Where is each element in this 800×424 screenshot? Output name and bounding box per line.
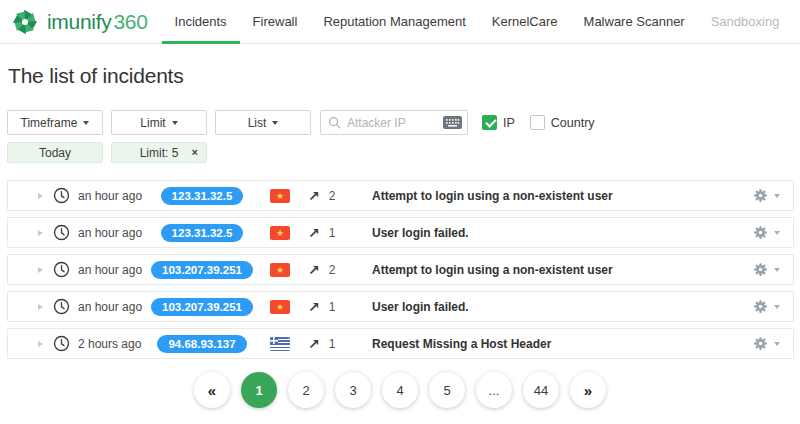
on-screen-keyboard-icon[interactable] bbox=[443, 116, 462, 129]
nav-item-kernelcare[interactable]: KernelCare bbox=[479, 0, 571, 43]
ip-checkbox[interactable]: IP bbox=[482, 115, 515, 130]
arrow-up-right-icon: ↗ bbox=[308, 337, 320, 351]
pinwheel-logo-icon bbox=[10, 7, 40, 37]
attacker-ip-badge[interactable]: 103.207.39.251 bbox=[151, 261, 253, 279]
filter-toolbar: Timeframe Limit List bbox=[7, 110, 793, 135]
row-actions-button[interactable] bbox=[753, 299, 780, 314]
row-actions-button[interactable] bbox=[753, 262, 780, 277]
attacker-ip-badge[interactable]: 123.31.32.5 bbox=[161, 224, 244, 242]
arrow-up-right-icon: ↗ bbox=[308, 300, 320, 314]
incident-time: 2 hours ago bbox=[78, 337, 136, 351]
incident-time: an hour ago bbox=[78, 300, 136, 314]
row-actions-button[interactable] bbox=[753, 188, 780, 203]
country-checkbox[interactable]: Country bbox=[530, 115, 595, 130]
nav-item-incidents[interactable]: Incidents bbox=[162, 0, 240, 43]
gear-icon bbox=[753, 299, 768, 314]
chevron-right-icon[interactable] bbox=[38, 267, 43, 273]
remove-tag-icon[interactable]: × bbox=[192, 147, 198, 158]
vietnam-flag-icon bbox=[270, 263, 290, 277]
chevron-right-icon[interactable] bbox=[38, 193, 43, 199]
clock-icon bbox=[53, 335, 70, 352]
chevron-down-icon bbox=[774, 305, 780, 309]
pagination-page-1[interactable]: 1 bbox=[241, 372, 277, 408]
limit-filter-tag: Limit: 5 × bbox=[111, 142, 207, 163]
search-icon bbox=[328, 116, 341, 129]
clock-icon bbox=[53, 187, 70, 204]
gear-icon bbox=[753, 262, 768, 277]
row-actions-button[interactable] bbox=[753, 225, 780, 240]
row-actions-button[interactable] bbox=[753, 336, 780, 351]
main-nav: IncidentsFirewallReputation ManagementKe… bbox=[162, 0, 800, 43]
incident-description: User login failed. bbox=[372, 300, 743, 314]
nav-item-attributions[interactable]: Attributions bbox=[792, 0, 800, 43]
search-input[interactable] bbox=[347, 116, 443, 130]
arrow-up-right-icon: ↗ bbox=[308, 189, 320, 203]
pagination-page-5[interactable]: 5 bbox=[429, 372, 465, 408]
gear-icon bbox=[753, 225, 768, 240]
pagination-page-4[interactable]: 4 bbox=[382, 372, 418, 408]
chevron-down-icon bbox=[774, 268, 780, 272]
attacker-ip-badge[interactable]: 103.207.39.251 bbox=[151, 298, 253, 316]
active-filter-tags: Today Limit: 5 × bbox=[7, 142, 793, 163]
incident-time: an hour ago bbox=[78, 189, 136, 203]
timeframe-filter-tag: Today bbox=[7, 142, 103, 163]
pagination-next-button[interactable]: » bbox=[570, 372, 606, 408]
incident-description: Request Missing a Host Header bbox=[372, 337, 743, 351]
gear-icon bbox=[753, 188, 768, 203]
chevron-down-icon bbox=[272, 121, 278, 125]
pagination-page-2[interactable]: 2 bbox=[288, 372, 324, 408]
occurrence-count: 1 bbox=[329, 300, 336, 314]
greece-flag-icon bbox=[270, 337, 290, 351]
vietnam-flag-icon bbox=[270, 226, 290, 240]
incident-description: Attempt to login using a non-existent us… bbox=[372, 263, 743, 277]
arrow-up-right-icon: ↗ bbox=[308, 263, 320, 277]
limit-dropdown-button[interactable]: Limit bbox=[111, 110, 207, 135]
attacker-ip-badge[interactable]: 94.68.93.137 bbox=[157, 335, 246, 353]
occurrences-cell: ↗ 2 bbox=[308, 189, 348, 203]
pagination-page-44[interactable]: 44 bbox=[523, 372, 559, 408]
pagination: «12345...44» bbox=[7, 372, 793, 408]
chevron-down-icon bbox=[774, 231, 780, 235]
vietnam-flag-icon bbox=[270, 300, 290, 314]
arrow-up-right-icon: ↗ bbox=[308, 226, 320, 240]
brand-name: imunify360 bbox=[47, 10, 148, 34]
top-navigation-bar: imunify360 IncidentsFirewallReputation M… bbox=[0, 0, 800, 44]
occurrences-cell: ↗ 2 bbox=[308, 263, 348, 277]
clock-icon bbox=[53, 224, 70, 241]
chevron-down-icon bbox=[83, 121, 89, 125]
nav-item-sandboxing: Sandboxing bbox=[698, 0, 793, 43]
nav-item-malware-scanner[interactable]: Malware Scanner bbox=[571, 0, 698, 43]
incident-row: an hour ago 103.207.39.251 ↗ 2 Attempt t… bbox=[7, 254, 794, 285]
occurrences-cell: ↗ 1 bbox=[308, 337, 348, 351]
occurrence-count: 1 bbox=[329, 226, 336, 240]
attacker-ip-badge[interactable]: 123.31.32.5 bbox=[161, 187, 244, 205]
clock-icon bbox=[53, 298, 70, 315]
pagination-page-3[interactable]: 3 bbox=[335, 372, 371, 408]
page-title: The list of incidents bbox=[8, 62, 793, 89]
nav-item-reputation-management[interactable]: Reputation Management bbox=[310, 0, 478, 43]
chevron-right-icon[interactable] bbox=[38, 341, 43, 347]
chevron-down-icon bbox=[774, 194, 780, 198]
chevron-down-icon bbox=[774, 342, 780, 346]
pagination-ellipsis[interactable]: ... bbox=[476, 372, 512, 408]
search-type-checkboxes: IP Country bbox=[482, 115, 595, 130]
list-dropdown-button[interactable]: List bbox=[215, 110, 311, 135]
incident-row: an hour ago 103.207.39.251 ↗ 1 User logi… bbox=[7, 291, 794, 322]
incident-row: an hour ago 123.31.32.5 ↗ 1 User login f… bbox=[7, 217, 794, 248]
incidents-list: an hour ago 123.31.32.5 ↗ 2 Attempt to l… bbox=[7, 180, 793, 359]
pagination-prev-button[interactable]: « bbox=[194, 372, 230, 408]
content-area: The list of incidents Timeframe Limit Li… bbox=[0, 62, 800, 408]
chevron-down-icon bbox=[172, 121, 178, 125]
occurrence-count: 1 bbox=[329, 337, 336, 351]
timeframe-dropdown-button[interactable]: Timeframe bbox=[7, 110, 103, 135]
incident-time: an hour ago bbox=[78, 226, 136, 240]
incident-row: 2 hours ago 94.68.93.137 ↗ 1 Request Mis… bbox=[7, 328, 794, 359]
nav-item-firewall[interactable]: Firewall bbox=[240, 0, 311, 43]
occurrence-count: 2 bbox=[329, 189, 336, 203]
attacker-ip-search bbox=[320, 110, 468, 135]
occurrences-cell: ↗ 1 bbox=[308, 226, 348, 240]
vietnam-flag-icon bbox=[270, 189, 290, 203]
chevron-right-icon[interactable] bbox=[38, 230, 43, 236]
chevron-right-icon[interactable] bbox=[38, 304, 43, 310]
gear-icon bbox=[753, 336, 768, 351]
